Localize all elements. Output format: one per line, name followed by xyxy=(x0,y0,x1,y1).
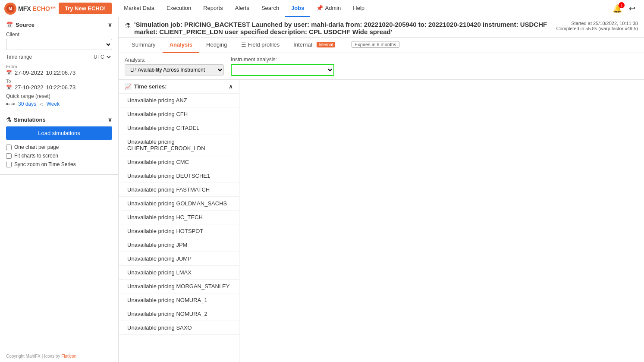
tab-analysis[interactable]: Analysis xyxy=(163,38,199,53)
tab-field-profiles[interactable]: ☰ Field profiles xyxy=(234,38,287,53)
source-chevron-icon[interactable]: ∨ xyxy=(108,22,112,28)
analysis-row: Analysis: LP Availability Across Instrum… xyxy=(119,53,644,80)
nav-item-admin[interactable]: 📌 Admin xyxy=(310,0,347,17)
one-chart-per-page-checkbox[interactable] xyxy=(6,145,12,150)
client-row: Client: xyxy=(6,31,112,50)
content-panel: 📈 Time series: ∧ Unavailable pricing ANZ… xyxy=(119,80,644,362)
instrument-field: Instrument analysis: xyxy=(231,57,334,76)
one-chart-per-page-label[interactable]: One chart per page xyxy=(14,144,59,150)
fit-charts-label[interactable]: Fit charts to screen xyxy=(14,153,58,159)
nav-item-jobs[interactable]: Jobs xyxy=(285,0,310,17)
tab-internal[interactable]: Internal Internal xyxy=(286,38,342,53)
copyright: Copyright MahiFX | Icons by Flaticon xyxy=(0,350,118,362)
instrument-label: Instrument analysis: xyxy=(231,57,334,63)
logo-area: M MFX ECHO™ xyxy=(4,3,56,15)
instrument-select[interactable] xyxy=(231,64,334,76)
time-series-item[interactable]: Unavailable pricing LMAX xyxy=(119,266,239,280)
one-chart-per-page-row: One chart per page xyxy=(6,144,112,150)
time-series-item[interactable]: Unavailable pricing GOLDMAN_SACHS xyxy=(119,197,239,211)
tab-hedging[interactable]: Hedging xyxy=(199,38,234,53)
analysis-select[interactable]: LP Availability Across Instrument LP Ava… xyxy=(125,64,224,76)
time-range-row: Time range UTC EST GMT xyxy=(6,54,112,60)
quick-range-icon: ⇤⇥ xyxy=(6,101,15,107)
time-series-item[interactable]: Unavailable pricing CLIENT_PRICE_CBOOK_L… xyxy=(119,135,239,155)
time-series-item[interactable]: Unavailable pricing JUMP xyxy=(119,252,239,266)
client-select[interactable] xyxy=(6,39,112,50)
flask-icon: ⚗ xyxy=(125,22,131,30)
admin-pin-icon: 📌 xyxy=(316,5,323,11)
job-title: 'Simulation job: PRICING_BACKTEST Launch… xyxy=(134,21,556,35)
job-header: ⚗ 'Simulation job: PRICING_BACKTEST Laun… xyxy=(119,17,644,38)
simulations-section-header: ⚗ Simulations ∨ xyxy=(6,116,112,123)
try-new-echo-button[interactable]: Try New ECHO! xyxy=(59,3,112,14)
time-series-item[interactable]: Unavailable pricing DEUTSCHE1 xyxy=(119,169,239,183)
logo-text: MFX ECHO™ xyxy=(18,5,56,12)
analysis-label: Analysis: xyxy=(125,57,224,63)
load-simulations-button[interactable]: Load simulations xyxy=(6,126,112,140)
source-section-header: 📅 Source ∨ xyxy=(6,22,112,28)
quick-range: Quick range (reset) ⇤⇥ 30 days < Week xyxy=(6,93,112,107)
timezone-select[interactable]: UTC EST GMT xyxy=(92,54,112,60)
time-series-item[interactable]: Unavailable pricing SAXO xyxy=(119,321,239,335)
sync-zoom-row: Sync zoom on Time Series xyxy=(6,161,112,167)
time-series-item[interactable]: Unavailable pricing HOTSPOT xyxy=(119,224,239,238)
quick-range-week-link[interactable]: Week xyxy=(47,101,60,107)
time-series-item[interactable]: Unavailable pricing MORGAN_STANLEY xyxy=(119,280,239,293)
nav-icon-area: 🔔 1 ↩ xyxy=(613,4,640,13)
time-series-item[interactable]: Unavailable pricing CFH xyxy=(119,107,239,121)
nav-item-execution[interactable]: Execution xyxy=(160,0,197,17)
job-started: Started at 25/10/2022, 10:11:38 xyxy=(556,21,638,26)
time-series-chart-icon: 📈 xyxy=(125,83,132,90)
expires-badge: Expires in 6 months xyxy=(352,41,399,48)
to-row: To 📅 27-10-2022 10:22:06.73 xyxy=(6,78,112,91)
job-completed: Completed in 55.8s (warp factor x49.5) xyxy=(556,26,638,31)
sync-zoom-label[interactable]: Sync zoom on Time Series xyxy=(14,161,76,167)
sync-zoom-checkbox[interactable] xyxy=(6,162,12,167)
tab-expires[interactable]: Expires in 6 months xyxy=(342,38,406,53)
source-section: 📅 Source ∨ Client: Time range UTC EST GM… xyxy=(0,17,118,112)
field-profiles-icon: ☰ xyxy=(241,41,246,48)
logo-icon: M xyxy=(4,3,16,15)
nav-item-alerts[interactable]: Alerts xyxy=(229,0,255,17)
simulations-section: ⚗ Simulations ∨ Load simulations One cha… xyxy=(0,112,118,175)
notification-bell[interactable]: 🔔 1 xyxy=(613,4,622,13)
time-series-item[interactable]: Unavailable pricing JPM xyxy=(119,238,239,252)
time-series-collapse-icon[interactable]: ∧ xyxy=(229,83,233,90)
internal-badge: Internal xyxy=(317,42,335,47)
tab-summary[interactable]: Summary xyxy=(125,38,163,53)
left-sidebar: 📅 Source ∨ Client: Time range UTC EST GM… xyxy=(0,17,119,362)
from-label: From xyxy=(6,64,17,69)
sim-icon: ⚗ xyxy=(6,116,11,123)
simulations-title: Simulations xyxy=(14,116,46,123)
to-date-calendar-icon: 📅 xyxy=(6,85,12,90)
nav-item-reports[interactable]: Reports xyxy=(197,0,229,17)
nav-item-search[interactable]: Search xyxy=(255,0,285,17)
time-series-item[interactable]: Unavailable pricing FASTMATCH xyxy=(119,183,239,197)
time-series-item[interactable]: Unavailable pricing CMC xyxy=(119,155,239,169)
notification-badge: 1 xyxy=(619,2,625,8)
time-series-panel: 📈 Time series: ∧ Unavailable pricing ANZ… xyxy=(119,80,239,362)
job-meta: Started at 25/10/2022, 10:11:38 Complete… xyxy=(556,21,638,31)
source-title: Source xyxy=(16,22,35,28)
svg-text:M: M xyxy=(9,6,12,11)
time-series-header[interactable]: 📈 Time series: ∧ xyxy=(119,80,239,94)
time-series-item[interactable]: Unavailable pricing HC_TECH xyxy=(119,211,239,224)
time-series-item[interactable]: Unavailable pricing NOMURA_2 xyxy=(119,307,239,321)
time-series-item[interactable]: Unavailable pricing ANZ xyxy=(119,94,239,107)
time-series-item[interactable]: Unavailable pricing NOMURA_1 xyxy=(119,293,239,307)
calendar-icon: 📅 xyxy=(6,22,13,28)
nav-item-market-data[interactable]: Market Data xyxy=(118,0,160,17)
quick-range-30-link[interactable]: 30 days xyxy=(18,101,36,107)
logout-icon[interactable]: ↩ xyxy=(629,4,635,13)
main-layout: 📅 Source ∨ Client: Time range UTC EST GM… xyxy=(0,17,644,362)
right-content: ⚗ 'Simulation job: PRICING_BACKTEST Laun… xyxy=(119,17,644,362)
fit-charts-checkbox[interactable] xyxy=(6,153,12,159)
nav-item-help[interactable]: Help xyxy=(347,0,371,17)
from-time: 10:22:06.73 xyxy=(46,69,76,76)
to-label: To xyxy=(6,79,11,84)
flaticon-link[interactable]: Flaticon xyxy=(61,354,76,359)
tabs-row: Summary Analysis Hedging ☰ Field profile… xyxy=(119,38,644,53)
simulations-chevron-icon[interactable]: ∨ xyxy=(108,116,112,123)
time-series-item[interactable]: Unavailable pricing CITADEL xyxy=(119,121,239,135)
chart-area xyxy=(239,80,644,362)
